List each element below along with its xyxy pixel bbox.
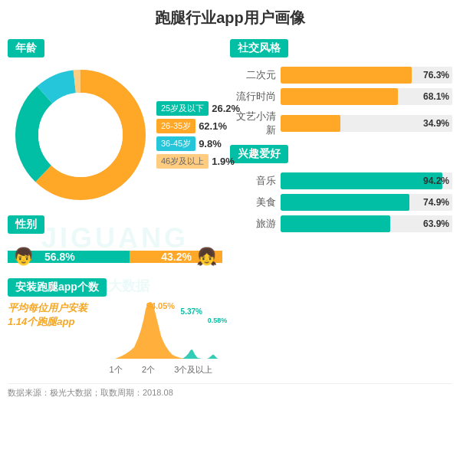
install-pct-1: 94.05% [146, 301, 175, 310]
social-track-2: 68.1% [281, 88, 452, 105]
page-title: 跑腿行业app用户画像 [8, 8, 452, 28]
social-pct-2: 68.1% [423, 91, 449, 102]
age-row-4: 46岁及以上 1.9% [156, 154, 240, 169]
install-section: 安装跑腿app个数 平均每位用户安装1.14个跑腿app [8, 278, 222, 376]
age-row-1: 25岁及以下 26.2% [156, 101, 240, 116]
interests-pct-2: 74.9% [423, 197, 449, 208]
social-pct-1: 76.3% [423, 70, 449, 80]
page: JIGUANG 极光大数据 跑腿行业app用户画像 年龄 [0, 0, 460, 476]
age-row-3: 36-45岁 9.8% [156, 136, 240, 151]
social-bar-row-3: 文艺小清新 34.9% [230, 110, 452, 137]
social-section-label: 社交风格 [230, 39, 288, 57]
social-track-3: 34.9% [281, 115, 452, 132]
gender-section: 性别 👦 56.8% 43.2% 👧 [8, 215, 222, 271]
interests-bar-row-1: 音乐 94.2% [230, 172, 452, 189]
install-header: 平均每位用户安装1.14个跑腿app [8, 301, 222, 376]
social-track-1: 76.3% [281, 67, 452, 84]
age-legend: 25岁及以下 26.2% 26-35岁 62.1% 36-45岁 9.8% [156, 101, 240, 169]
interests-bars: 音乐 94.2% 美食 74.9% 旅游 [230, 172, 452, 232]
interests-track-2: 74.9% [281, 194, 452, 211]
install-pct-3: 0.58% [208, 317, 228, 324]
social-fill-3 [281, 115, 340, 132]
install-section-label: 安装跑腿app个数 [8, 278, 107, 297]
install-chart-area: 94.05% 5.37% 0.58% [100, 301, 222, 363]
svg-point-5 [38, 93, 123, 177]
content-area: 年龄 [8, 39, 452, 376]
interests-pct-1: 94.2% [423, 176, 449, 186]
install-label-3: 3个及以上 [174, 364, 212, 376]
interests-label-1: 音乐 [230, 174, 276, 188]
gender-female-bar: 43.2% 👧 [130, 251, 222, 263]
gender-bar: 👦 56.8% 43.2% 👧 [8, 243, 222, 271]
interests-bar-row-3: 旅游 63.9% [230, 215, 452, 232]
gender-female-pct: 43.2% [161, 251, 192, 263]
interests-label-2: 美食 [230, 195, 276, 209]
right-panel: 社交风格 二次元 76.3% 流行时尚 68.1% [230, 39, 452, 376]
left-panel: 年龄 [8, 39, 222, 376]
interests-fill-1 [281, 172, 442, 189]
gender-section-label: 性别 [8, 215, 44, 234]
install-labels: 1个 2个 3个及以上 [100, 364, 222, 376]
social-section: 社交风格 二次元 76.3% 流行时尚 68.1% [230, 39, 452, 137]
interests-pct-3: 63.9% [423, 218, 449, 229]
social-pct-3: 34.9% [423, 118, 449, 129]
footer: 数据来源：极光大数据；取数周期：2018.08 [8, 383, 452, 399]
interests-track-1: 94.2% [281, 172, 452, 189]
interests-bar-row-2: 美食 74.9% [230, 194, 452, 211]
social-bar-row-2: 流行时尚 68.1% [230, 88, 452, 105]
age-section-label: 年龄 [8, 39, 44, 57]
interests-fill-2 [281, 194, 409, 211]
interests-fill-3 [281, 215, 390, 232]
social-label-1: 二次元 [230, 68, 276, 82]
interests-section: 兴趣爱好 音乐 94.2% 美食 74.9% [230, 145, 452, 232]
bell-chart-svg [100, 301, 222, 363]
social-bars: 二次元 76.3% 流行时尚 68.1% 文 [230, 67, 452, 137]
age-donut-chart [8, 62, 153, 208]
gender-male-bar: 👦 56.8% [8, 251, 130, 263]
gender-male-pct: 56.8% [44, 251, 75, 263]
install-desc: 平均每位用户安装1.14个跑腿app [8, 301, 92, 329]
install-label-1: 1个 [110, 364, 123, 376]
social-bar-row-1: 二次元 76.3% [230, 67, 452, 84]
age-section: 年龄 [8, 39, 222, 208]
install-chart-wrapper: 94.05% 5.37% 0.58% 1个 2个 3个及以上 [100, 301, 222, 376]
interests-label-3: 旅游 [230, 217, 276, 231]
install-label-2: 2个 [142, 364, 155, 376]
female-icon: 👧 [195, 245, 219, 269]
interests-track-3: 63.9% [281, 215, 452, 232]
male-icon: 👦 [11, 245, 35, 269]
install-pct-2: 5.37% [181, 307, 202, 316]
social-fill-2 [281, 88, 398, 105]
social-fill-1 [281, 67, 412, 84]
age-row-2: 26-35岁 62.1% [156, 119, 240, 133]
